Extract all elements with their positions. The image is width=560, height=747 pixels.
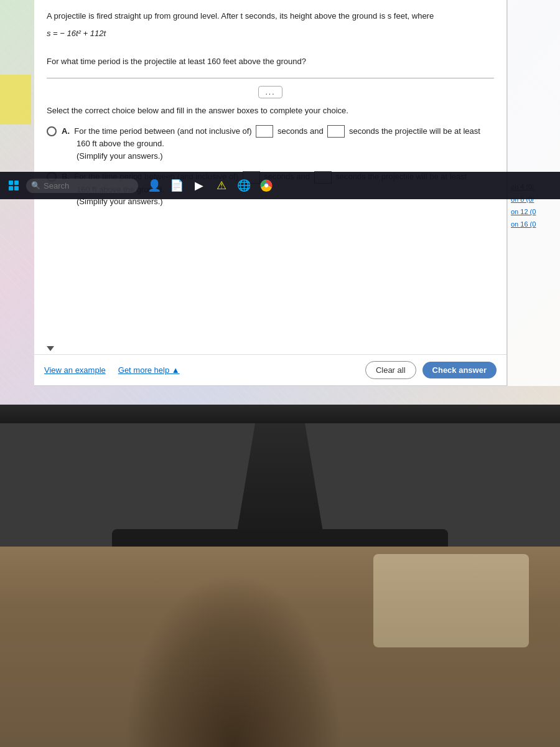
divider: [47, 78, 494, 78]
choice-a-content: A. For the time period between (and not …: [62, 125, 480, 162]
ellipsis-button[interactable]: ...: [258, 86, 282, 98]
answer-box-a2[interactable]: [327, 125, 345, 138]
taskbar-search-wrap: 🔍: [26, 179, 138, 193]
monitor-stand: [218, 423, 342, 535]
instruction-text: Select the correct choice below and fill…: [47, 106, 494, 115]
start-button[interactable]: [5, 177, 22, 194]
choice-a-row: A. For the time period between (and not …: [47, 125, 494, 162]
taskbar-globe-icon[interactable]: 🌐: [235, 177, 253, 194]
windows-logo: [9, 181, 19, 190]
taskbar-file-icon[interactable]: 📄: [168, 177, 185, 194]
taskbar-icons: 👤 📄 ▶ ⚠ 🌐: [146, 177, 275, 194]
scroll-down-arrow: [47, 346, 54, 351]
taskbar-video-icon[interactable]: ▶: [190, 177, 208, 194]
problem-formula: s = − 16t² + 112t: [47, 27, 494, 40]
choice-a-label: A. For the time period between (and not …: [62, 126, 480, 136]
monitor-screen: A projectile is fired straight up from g…: [0, 0, 560, 411]
taskbar-person-icon[interactable]: 👤: [146, 177, 163, 194]
taskbar: 🔍 👤 📄 ▶ ⚠ 🌐: [0, 172, 560, 199]
clear-all-button[interactable]: Clear all: [365, 361, 416, 379]
taskbar-search-input[interactable]: [26, 179, 138, 193]
problem-statement-line1: A projectile is fired straight up from g…: [47, 10, 494, 22]
right-panel-item-4[interactable]: on 16 (0: [507, 218, 560, 230]
sticky-note: [0, 75, 31, 125]
problem-question: For what time period is the projectile a…: [47, 55, 494, 68]
bottom-toolbar: View an example Get more help ▲ Clear al…: [34, 354, 506, 385]
choice-a-indent1: 160 ft above the ground.: [77, 138, 480, 150]
monitor-bezel: [0, 405, 560, 423]
right-panel-item-3[interactable]: on 12 (0: [507, 205, 560, 218]
toolbar-left: View an example Get more help ▲: [44, 365, 180, 375]
toolbar-right: Clear all Check answer: [365, 361, 497, 379]
keyboard: [373, 554, 529, 647]
monitor-base: [112, 529, 448, 548]
person-silhouette: [124, 573, 342, 747]
svg-point-2: [264, 184, 268, 187]
answer-box-a1[interactable]: [256, 125, 273, 138]
get-more-help-link[interactable]: Get more help ▲: [118, 365, 180, 375]
choice-a-indent2: (Simplify your answers.): [77, 150, 480, 162]
taskbar-warning-icon[interactable]: ⚠: [213, 177, 230, 194]
taskbar-chrome-icon[interactable]: [258, 177, 275, 194]
radio-a[interactable]: [47, 126, 57, 136]
view-example-link[interactable]: View an example: [44, 365, 106, 375]
check-answer-button[interactable]: Check answer: [422, 362, 497, 378]
